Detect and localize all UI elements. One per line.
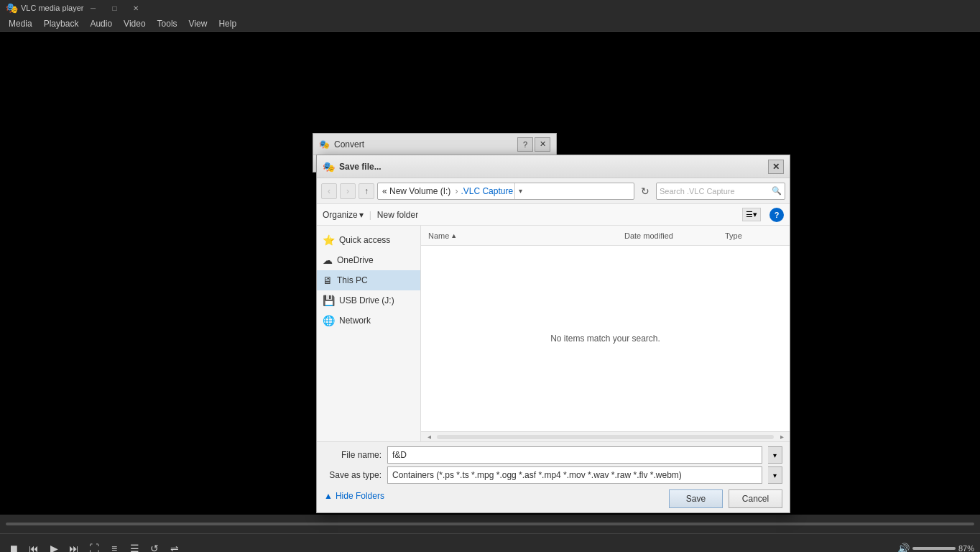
search-icon: 🔍 bbox=[772, 186, 782, 196]
volume-slider[interactable] bbox=[912, 547, 956, 550]
convert-win-controls: ? ✕ bbox=[517, 137, 550, 152]
hide-folders-label: Hide Folders bbox=[336, 491, 384, 501]
path-dropdown-button[interactable]: ▾ bbox=[514, 183, 526, 200]
menu-view[interactable]: View bbox=[183, 16, 213, 31]
refresh-button[interactable]: ↻ bbox=[637, 183, 653, 199]
col-header-type[interactable]: Type bbox=[725, 231, 782, 240]
filename-dropdown-button[interactable]: ▾ bbox=[768, 446, 782, 464]
network-folder-icon: 🌐 bbox=[323, 315, 335, 326]
menu-video[interactable]: Video bbox=[118, 16, 151, 31]
sidebar-item-network[interactable]: 🌐 Network bbox=[317, 310, 420, 331]
filename-label: File name: bbox=[324, 450, 382, 460]
next-button[interactable]: ⏭ bbox=[66, 540, 82, 553]
organize-label: Organize bbox=[323, 210, 358, 220]
cancel-button[interactable]: Cancel bbox=[729, 489, 782, 508]
new-folder-button[interactable]: New folder bbox=[377, 210, 418, 220]
nav-up-button[interactable]: ↑ bbox=[359, 183, 374, 199]
sidebar-item-this-pc[interactable]: 🖥 This PC bbox=[317, 270, 420, 290]
path-prefix: « New Volume (I:) bbox=[382, 186, 450, 196]
playlist-button[interactable]: ☰ bbox=[126, 540, 142, 553]
save-dialog-titlebar: 🎭 Save file... ✕ bbox=[317, 155, 790, 178]
filename-input[interactable] bbox=[387, 446, 762, 464]
savetype-dropdown-button[interactable]: ▾ bbox=[768, 466, 782, 484]
convert-close-button[interactable]: ✕ bbox=[535, 137, 550, 152]
sidebar-item-usb-drive[interactable]: 💾 USB Drive (J:) bbox=[317, 290, 420, 310]
scroll-track[interactable] bbox=[437, 435, 774, 439]
save-toolbar: Organize ▾ | New folder ☰ ▾ ? bbox=[317, 204, 790, 226]
convert-titlebar: 🎭 Convert ? ✕ bbox=[313, 134, 556, 155]
scroll-left-button[interactable]: ◂ bbox=[424, 432, 434, 442]
savetype-label: Save as type: bbox=[324, 470, 382, 480]
maximize-button[interactable]: □ bbox=[105, 2, 124, 14]
seekbar[interactable] bbox=[6, 523, 974, 525]
save-footer: File name: ▾ Save as type: Containers (*… bbox=[317, 441, 790, 512]
view-options-button[interactable]: ☰ ▾ bbox=[742, 208, 761, 221]
sidebar-label-network: Network bbox=[339, 316, 371, 326]
random-button[interactable]: ⇌ bbox=[167, 540, 182, 553]
col-header-name[interactable]: Name ▲ bbox=[428, 231, 624, 240]
horizontal-scrollbar[interactable]: ◂ ▸ bbox=[421, 431, 790, 441]
path-current[interactable]: .VLC Capture bbox=[461, 186, 513, 196]
this-pc-icon: 🖥 bbox=[323, 275, 333, 286]
view-icon: ☰ bbox=[746, 210, 753, 219]
search-placeholder: Search .VLC Capture bbox=[660, 187, 735, 196]
convert-title: Convert bbox=[334, 139, 364, 150]
volume-percent: 87% bbox=[958, 544, 974, 553]
save-file-dialog: 🎭 Save file... ✕ ‹ › ↑ « New Volume (I:)… bbox=[316, 155, 790, 513]
sidebar-label-onedrive: OneDrive bbox=[337, 255, 374, 265]
sidebar-item-onedrive[interactable]: ☁ OneDrive bbox=[317, 250, 420, 270]
empty-text: No items match your search. bbox=[550, 334, 660, 344]
save-button[interactable]: Save bbox=[669, 489, 723, 508]
seekbar-area bbox=[0, 515, 980, 533]
loop-button[interactable]: ↺ bbox=[147, 540, 162, 553]
content-column-headers: Name ▲ Date modified Type bbox=[421, 226, 790, 246]
menu-media[interactable]: Media bbox=[3, 16, 38, 31]
help-button[interactable]: ? bbox=[769, 208, 784, 222]
menubar: Media Playback Audio Video Tools View He… bbox=[0, 16, 980, 32]
fullscreen-button[interactable]: ⛶ bbox=[86, 540, 102, 553]
save-dialog-close-button[interactable]: ✕ bbox=[768, 160, 784, 174]
controls-bar: ⏹ ⏮ ▶ ⏭ ⛶ ≡ ☰ ↺ ⇌ 🔊 87% bbox=[0, 533, 980, 552]
save-dialog-title: Save file... bbox=[339, 162, 382, 172]
new-folder-label: New folder bbox=[377, 210, 418, 220]
menu-playback[interactable]: Playback bbox=[38, 16, 85, 31]
app-icon: 🎭 bbox=[6, 2, 18, 14]
hide-folders-toggle[interactable]: ▲ Hide Folders bbox=[324, 491, 384, 501]
col-header-date[interactable]: Date modified bbox=[624, 231, 725, 240]
col-name-label: Name bbox=[428, 231, 449, 240]
save-content-area: Name ▲ Date modified Type No items match… bbox=[421, 226, 790, 441]
usb-drive-icon: 💾 bbox=[323, 295, 335, 306]
menu-help[interactable]: Help bbox=[213, 16, 242, 31]
nav-forward-button[interactable]: › bbox=[340, 183, 356, 199]
minimize-button[interactable]: ─ bbox=[83, 2, 102, 14]
path-arrow: › bbox=[455, 186, 458, 196]
menu-audio[interactable]: Audio bbox=[84, 16, 118, 31]
save-nav-bar: ‹ › ↑ « New Volume (I:) › .VLC Capture ▾… bbox=[317, 178, 790, 204]
sidebar-item-quick-access[interactable]: ⭐ Quick access bbox=[317, 230, 420, 250]
organize-button[interactable]: Organize ▾ bbox=[323, 210, 364, 220]
save-body: ⭐ Quick access ☁ OneDrive 🖥 This PC 💾 US… bbox=[317, 226, 790, 441]
quick-access-icon: ⭐ bbox=[323, 234, 335, 246]
prev-button[interactable]: ⏮ bbox=[26, 540, 42, 553]
play-button[interactable]: ▶ bbox=[46, 540, 62, 553]
filename-row: File name: ▾ bbox=[324, 446, 782, 464]
menu-tools[interactable]: Tools bbox=[152, 16, 183, 31]
sort-icon: ▲ bbox=[450, 232, 457, 239]
close-button[interactable]: ✕ bbox=[126, 2, 145, 14]
extended-button[interactable]: ≡ bbox=[106, 540, 122, 553]
stop-button[interactable]: ⏹ bbox=[6, 540, 22, 553]
hide-folders-arrow-icon: ▲ bbox=[324, 491, 333, 501]
search-box[interactable]: Search .VLC Capture 🔍 bbox=[656, 183, 785, 200]
convert-help-button[interactable]: ? bbox=[517, 137, 533, 152]
col-type-label: Type bbox=[725, 231, 742, 240]
app-title: VLC media player bbox=[21, 4, 83, 12]
nav-back-button[interactable]: ‹ bbox=[321, 183, 337, 199]
content-empty-message: No items match your search. bbox=[421, 246, 790, 431]
volume-area: 🔊 87% bbox=[897, 543, 974, 553]
convert-cone-icon: 🎭 bbox=[319, 139, 330, 150]
path-breadcrumb: « New Volume (I:) › .VLC Capture ▾ bbox=[377, 183, 634, 200]
organize-arrow-icon: ▾ bbox=[359, 210, 364, 220]
savetype-row: Save as type: Containers (*.ps *.ts *.mp… bbox=[324, 466, 782, 484]
sidebar-label-this-pc: This PC bbox=[337, 275, 368, 285]
scroll-right-button[interactable]: ▸ bbox=[777, 432, 787, 442]
